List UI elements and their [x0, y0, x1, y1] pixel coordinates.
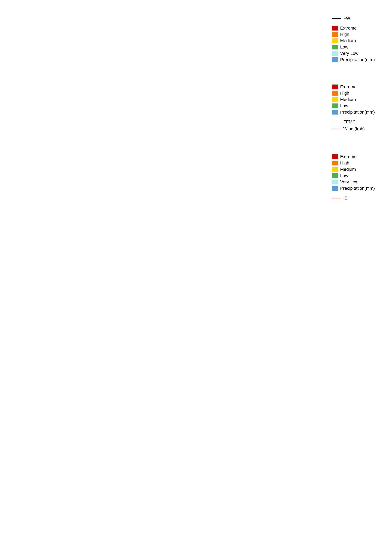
isi-legend-medium: Medium — [332, 167, 386, 172]
ffmc-extreme-label: Extreme — [340, 84, 357, 90]
ffmc-legend-low: Low — [332, 103, 386, 108]
ffmc-legend-high: High — [332, 91, 386, 96]
ffmc-medium-color — [332, 97, 338, 102]
verylow-color — [332, 51, 338, 56]
fwi-verylow-label: Very Low — [340, 51, 358, 56]
ffmc-legend-extreme: Extreme — [332, 84, 386, 90]
medium-color — [332, 38, 338, 43]
isi-chart-section: Extreme High Medium Low Very Low Precipi… — [6, 143, 386, 202]
ffmc-extreme-color — [332, 84, 338, 89]
fwi-precip-label: Precipitation(mm) — [340, 57, 375, 62]
isi-high-color — [332, 161, 338, 165]
ffmc-low-label: Low — [340, 103, 348, 108]
ffmc-legend: Extreme High Medium Low Precipitation(mm… — [326, 73, 386, 133]
wind-line-label: Wind (kph) — [343, 126, 365, 132]
isi-legend-precip: Precipitation(mm) — [332, 186, 386, 191]
fwi-high-label: High — [340, 32, 349, 37]
low-color — [332, 45, 338, 49]
isi-extreme-color — [332, 154, 338, 159]
ffmc-high-label: High — [340, 91, 349, 96]
fwi-chart-area — [6, 6, 326, 63]
fwi-legend-extreme: Extreme — [332, 26, 386, 31]
isi-legend-extreme: Extreme — [332, 154, 386, 159]
fwi-legend: FWI Extreme High Medium Low Very Low Pre… — [326, 6, 386, 63]
isi-extreme-label: Extreme — [340, 154, 357, 159]
isi-verylow-color — [332, 180, 338, 184]
ffmc-legend-precip: Precipitation(mm) — [332, 110, 386, 115]
ffmc-precip-label: Precipitation(mm) — [340, 110, 375, 115]
ffmc-high-color — [332, 91, 338, 96]
isi-precip-color — [332, 186, 338, 191]
isi-legend-low: Low — [332, 173, 386, 178]
precip-color — [332, 57, 338, 62]
extreme-color — [332, 26, 338, 30]
isi-line-label: ISI — [343, 196, 349, 201]
fwi-legend-low: Low — [332, 45, 386, 50]
fwi-legend-verylow: Very Low — [332, 51, 386, 56]
fwi-medium-label: Medium — [340, 38, 356, 43]
ffmc-medium-label: Medium — [340, 97, 356, 102]
isi-legend-high: High — [332, 160, 386, 166]
fwi-legend-high: High — [332, 32, 386, 37]
fwi-legend-line-label: FWI — [343, 16, 351, 21]
high-color — [332, 32, 338, 37]
fwi-legend-medium: Medium — [332, 38, 386, 43]
isi-medium-label: Medium — [340, 167, 356, 172]
fwi-legend-precip: Precipitation(mm) — [332, 57, 386, 62]
isi-low-color — [332, 173, 338, 178]
fwi-extreme-label: Extreme — [340, 26, 357, 31]
isi-low-label: Low — [340, 173, 348, 178]
ffmc-legend-medium: Medium — [332, 97, 386, 102]
fwi-low-label: Low — [340, 45, 348, 50]
ffmc-precip-color — [332, 110, 338, 115]
isi-precip-label: Precipitation(mm) — [340, 186, 375, 191]
isi-medium-color — [332, 167, 338, 172]
isi-verylow-label: Very Low — [340, 180, 358, 185]
isi-chart-area — [6, 143, 326, 202]
isi-high-label: High — [340, 160, 349, 166]
fwi-chart-section: FWI Extreme High Medium Low Very Low Pre… — [6, 6, 386, 63]
ffmc-line-label: FFMC — [343, 119, 356, 125]
isi-legend: Extreme High Medium Low Very Low Precipi… — [326, 143, 386, 202]
ffmc-low-color — [332, 104, 338, 108]
ffmc-chart-area — [6, 73, 326, 133]
ffmc-chart-section: Extreme High Medium Low Precipitation(mm… — [6, 73, 386, 133]
isi-legend-verylow: Very Low — [332, 180, 386, 185]
